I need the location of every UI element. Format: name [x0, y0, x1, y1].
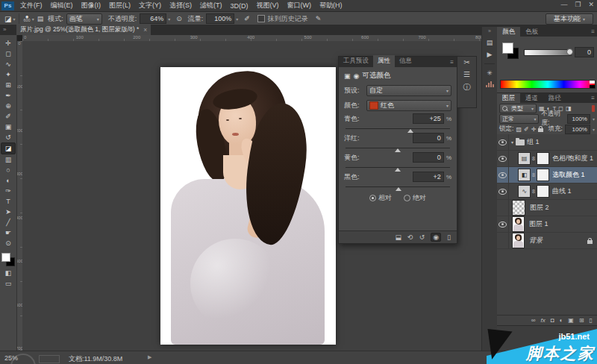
type-tool[interactable]: T [1, 196, 15, 207]
path-select-tool[interactable]: ➤ [1, 207, 15, 217]
healing-brush-tool[interactable]: ⊕ [1, 101, 15, 111]
brush-picker-caret-icon[interactable]: ▾ [32, 16, 34, 22]
tool-presets-panel-icon[interactable]: ✂ [463, 58, 469, 66]
menu-3d[interactable]: 3D(D) [231, 2, 249, 10]
layer-row-layer2[interactable]: 图层 2 [497, 200, 597, 216]
preset-dropdown[interactable]: 自定 ▾ [366, 85, 451, 96]
erase-to-history-checkbox[interactable] [257, 15, 265, 22]
tab-layers[interactable]: 图层 [497, 93, 520, 103]
fill-input[interactable]: 100% [565, 125, 590, 134]
quick-mask-button[interactable]: ◧ [1, 268, 15, 278]
workspace-switcher-button[interactable]: 基本功能 ▾ [546, 13, 593, 25]
flow-input[interactable]: 100% [206, 13, 234, 24]
layer-row-hue-saturation[interactable]: ▤ 8 色相/饱和度 1 [497, 151, 597, 167]
blend-mode-dropdown[interactable]: 正常 ▾ [499, 114, 539, 124]
layer-row-2-eye[interactable] [498, 172, 507, 178]
dodge-tool[interactable]: ◐ [1, 175, 15, 186]
layer-row-curves[interactable]: ∿ 8 曲线 1 [497, 183, 597, 200]
layer-mask-thumbnail[interactable] [537, 185, 549, 198]
add-mask-icon[interactable]: ◘ [551, 317, 554, 324]
black-value-input[interactable]: +2 [413, 172, 444, 182]
crop-tool[interactable]: ⊞ [1, 80, 15, 90]
status-arrow-icon[interactable]: ▶ [148, 354, 151, 360]
airbrush-icon[interactable]: ✐ [244, 15, 250, 22]
mode-dropdown[interactable]: 画笔 ▾ [66, 13, 102, 25]
link-layers-icon[interactable]: ∞ [531, 317, 536, 324]
clone-stamp-tool[interactable]: ▣ [1, 122, 15, 132]
magenta-value-input[interactable]: 0 [413, 133, 444, 143]
color-spectrum-ramp[interactable] [500, 80, 596, 89]
brush-tool[interactable]: ✐ [1, 111, 15, 122]
menu-file[interactable]: 文件(F) [20, 1, 43, 10]
layer-mask-thumbnail[interactable] [537, 152, 549, 165]
reset-adjustment-icon[interactable]: ↺ [419, 233, 425, 241]
close-button[interactable]: ✕ [588, 1, 594, 8]
magenta-slider-thumb[interactable] [395, 148, 401, 152]
document-tab[interactable]: 原片.jpg @ 25%(选取颜色 1, 图层蒙版/8) * × [16, 25, 151, 35]
blur-tool[interactable]: ○ [1, 165, 15, 175]
dock-collapse-icon[interactable]: » [488, 28, 491, 34]
quick-select-tool[interactable]: ✦ [1, 69, 15, 80]
layers-panel-menu-icon[interactable]: ≡ [591, 95, 595, 101]
view-previous-state-icon[interactable]: ⟲ [407, 233, 413, 241]
zoom-tool[interactable]: ⊙ [1, 238, 15, 248]
new-adjustment-icon[interactable]: ◐ [559, 317, 563, 324]
tool-preset-caret-icon[interactable]: ▾ [13, 16, 15, 22]
lock-pixels-icon[interactable]: ✐ [524, 126, 529, 133]
layer-row-layer1[interactable]: 图层 1 [497, 216, 597, 233]
ramp-white-swatch[interactable] [590, 81, 595, 84]
tab-tool-presets[interactable]: 工具预设 [339, 55, 373, 67]
menu-layer[interactable]: 图层(L) [109, 1, 131, 10]
tab-properties[interactable]: 属性 [373, 55, 395, 67]
layers-opacity-input[interactable]: 100% [567, 114, 590, 124]
history-panel-icon[interactable]: ▤ [487, 39, 493, 46]
tablet-pressure-size-icon[interactable]: ✎ [316, 15, 322, 22]
color-value-input[interactable]: 0 [575, 47, 594, 57]
layer-filter-dropdown[interactable]: 类型 ▾ [499, 104, 537, 113]
layer-mask-thumbnail[interactable] [537, 169, 549, 181]
lock-all-icon[interactable] [538, 128, 543, 132]
document-tab-close-icon[interactable]: × [143, 26, 147, 34]
hand-tool[interactable]: ☛ [1, 228, 15, 238]
layer-thumbnail-transparent[interactable] [512, 200, 525, 216]
new-layer-icon[interactable]: ⊞ [579, 317, 584, 324]
cyan-slider-thumb[interactable] [407, 129, 413, 133]
colors-dropdown[interactable]: 红色 ▾ [366, 100, 451, 111]
histogram-panel-icon[interactable] [486, 81, 494, 87]
layer-row-group1[interactable]: ▾ 组 1 [497, 134, 597, 151]
yellow-value-input[interactable]: 0 [413, 152, 444, 163]
color-panel-menu-icon[interactable]: ≡ [591, 28, 595, 35]
yellow-slider-track[interactable] [346, 167, 450, 168]
layer-row-0-eye[interactable] [498, 139, 507, 145]
info-panel-icon[interactable]: ⓘ [463, 82, 471, 92]
menu-help[interactable]: 帮助(H) [319, 1, 343, 10]
flow-caret-icon[interactable]: ▾ [236, 16, 238, 22]
cyan-value-input[interactable]: +25 [413, 113, 444, 124]
eraser-tool-icon[interactable]: ◪ [4, 15, 11, 23]
tab-color[interactable]: 颜色 [497, 27, 520, 37]
pen-tool[interactable]: ✑ [1, 186, 15, 196]
menu-select[interactable]: 选择(S) [169, 1, 192, 10]
delete-layer-icon[interactable]: ▯ [590, 317, 593, 324]
eraser-tool[interactable]: ◪ [1, 142, 16, 154]
restore-button[interactable]: ❐ [575, 1, 581, 8]
group-expand-caret-icon[interactable]: ▾ [511, 139, 513, 145]
layer-row-1-eye[interactable] [498, 156, 507, 162]
cyan-slider-track[interactable] [346, 128, 450, 129]
layer-row-5-eye[interactable] [498, 222, 507, 228]
shape-tool[interactable]: ╱ [1, 217, 15, 228]
menu-view[interactable]: 视图(V) [257, 1, 279, 10]
lock-transparency-icon[interactable]: ▨ [516, 126, 522, 133]
absolute-radio[interactable]: 绝对 [404, 193, 426, 203]
color-slider-track[interactable] [524, 49, 572, 56]
menu-filter[interactable]: 滤镜(T) [200, 1, 222, 10]
move-tool[interactable]: ✛ [1, 38, 15, 48]
gradient-tool[interactable]: ▥ [1, 154, 15, 165]
filter-smart-icon[interactable]: ◨ [566, 105, 572, 112]
filter-switch-toggle[interactable] [592, 105, 595, 112]
color-fg-swatch[interactable] [502, 43, 513, 54]
adjustments-panel-icon[interactable]: ✳ [487, 69, 493, 77]
properties-panel-icon[interactable]: ☰ [463, 70, 470, 78]
color-slider-thumb[interactable] [566, 48, 573, 55]
panel-menu-icon[interactable]: ≡ [447, 57, 457, 67]
